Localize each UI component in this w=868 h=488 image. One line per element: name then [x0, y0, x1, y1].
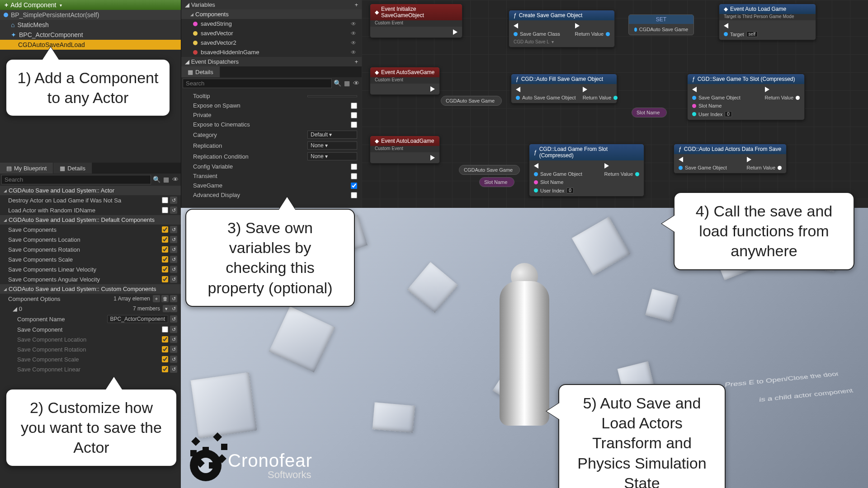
object-pin[interactable]	[516, 96, 520, 100]
reset-icon[interactable]: ↺	[170, 326, 177, 333]
return-pin[interactable]	[796, 96, 800, 100]
tree-root[interactable]: BP_SimplePersistentActor(self)	[0, 10, 181, 20]
reset-icon[interactable]: ↺	[170, 336, 177, 343]
reset-icon[interactable]: ↺	[170, 266, 177, 273]
prop-checkbox[interactable]	[162, 226, 168, 233]
node-set[interactable]: SET CGDAuto Save Game	[628, 14, 694, 35]
detail-checkbox[interactable]	[351, 122, 357, 128]
slot-pin[interactable]	[692, 104, 696, 108]
reset-icon[interactable]: ↺	[170, 356, 177, 363]
exec-out-pin[interactable]	[575, 23, 580, 28]
blueprint-graph[interactable]: ◆Event Initialize SaveGameObject Custom …	[362, 0, 868, 208]
exec-out-pin[interactable]	[747, 157, 751, 162]
detail-dropdown[interactable]: None ▾	[307, 141, 357, 150]
reset-icon[interactable]: ↺	[170, 236, 177, 243]
add-icon[interactable]: +	[354, 58, 358, 65]
prop-checkbox[interactable]	[162, 366, 168, 372]
reset-icon[interactable]: ↺	[170, 366, 177, 373]
exec-out-pin[interactable]	[765, 87, 769, 92]
detail-checkbox[interactable]	[351, 112, 357, 118]
category-defaults[interactable]: CGDAuto Save and Load System:: Default C…	[0, 215, 181, 225]
object-pin[interactable]	[534, 172, 538, 176]
pill-slot-name-2[interactable]: Slot Name	[479, 177, 514, 187]
node-save-to-slot[interactable]: ƒCGD::Save Game To Slot (Compressed) Sav…	[687, 74, 805, 120]
event-dispatchers-header[interactable]: ◢ Event Dispatchers+	[181, 57, 362, 66]
target-pin[interactable]	[724, 32, 728, 36]
node-create-save-game[interactable]: ƒCreate Save Game Object Save Game Class…	[509, 10, 615, 47]
eye-icon[interactable]: 👁	[352, 80, 360, 88]
reset-icon[interactable]: ↺	[170, 256, 177, 263]
detail-dropdown[interactable]: None ▾	[307, 152, 357, 160]
userindex-value[interactable]: 0	[566, 188, 574, 193]
exec-out-pin[interactable]	[604, 163, 609, 169]
chevron-down-icon[interactable]: ▾	[163, 305, 170, 312]
node-load-from-slot[interactable]: ƒCGD::Load Game From Slot (Compressed) S…	[529, 144, 644, 197]
prop-checkbox[interactable]	[162, 256, 168, 263]
return-pin[interactable]	[613, 96, 618, 100]
variables-header[interactable]: ◢ Variables+	[181, 0, 362, 9]
search-icon[interactable]: 🔍	[333, 80, 341, 88]
details-tab[interactable]: ▦Details	[181, 66, 220, 77]
detail-checkbox[interactable]	[351, 164, 357, 170]
pill-slot-name[interactable]: Slot Name	[632, 108, 667, 117]
exec-in-pin[interactable]	[516, 87, 520, 92]
reset-icon[interactable]: ↺	[170, 226, 177, 233]
userindex-pin[interactable]	[692, 112, 696, 116]
array-add-icon[interactable]: +	[153, 295, 160, 302]
node-event-initialize[interactable]: ◆Event Initialize SaveGameObject Custom …	[370, 4, 462, 38]
components-subheader[interactable]: Components	[181, 9, 362, 19]
eye-icon[interactable]: 👁	[351, 40, 356, 46]
exec-in-pin[interactable]	[692, 87, 697, 92]
exec-in-pin[interactable]	[534, 163, 538, 169]
reset-icon[interactable]: ↺	[170, 346, 177, 353]
add-component-button[interactable]: Add Component	[0, 0, 181, 10]
eye-icon[interactable]: 👁	[171, 176, 179, 184]
object-pin[interactable]	[692, 96, 696, 100]
category-actor[interactable]: CGDAuto Save and Load System:: Actor	[0, 186, 181, 195]
search-icon[interactable]: 🔍	[152, 176, 160, 184]
node-event-autosave[interactable]: ◆Event AutoSaveGame Custom Event	[370, 67, 440, 95]
prop-checkbox[interactable]	[162, 197, 168, 203]
detail-checkbox[interactable]	[351, 103, 357, 109]
object-pin[interactable]	[679, 166, 683, 170]
add-icon[interactable]: +	[354, 1, 358, 8]
var-pin[interactable]	[634, 28, 637, 32]
exec-out-pin[interactable]	[430, 86, 435, 92]
array-reset-icon[interactable]: ↺	[170, 295, 177, 302]
userindex-pin[interactable]	[534, 188, 538, 192]
reset-icon[interactable]: ↺	[170, 305, 177, 312]
variable-row[interactable]: savedVector2👁	[181, 38, 362, 47]
tab-details[interactable]: ▦Details	[53, 163, 92, 174]
eye-icon[interactable]: 👁	[351, 49, 356, 56]
prop-checkbox[interactable]	[162, 246, 168, 253]
variable-row[interactable]: savedString👁	[181, 19, 362, 28]
eye-icon[interactable]: 👁	[351, 30, 356, 37]
exec-in-pin[interactable]	[724, 23, 728, 28]
reset-icon[interactable]: ↺	[170, 315, 177, 323]
reset-icon[interactable]: ↺	[170, 276, 177, 283]
filter-icon[interactable]: ▦	[162, 176, 170, 184]
tree-item-selected[interactable]: CGDAutoSaveAndLoad	[0, 40, 181, 50]
exec-out-pin[interactable]	[430, 155, 435, 160]
node-auto-fill[interactable]: ƒCGD::Auto Fill Save Game Object Auto Sa…	[511, 74, 617, 103]
detail-checkbox[interactable]	[351, 183, 357, 189]
exec-in-pin[interactable]	[679, 157, 683, 162]
prop-checkbox[interactable]	[162, 356, 168, 362]
return-pin[interactable]	[606, 32, 610, 36]
reset-icon[interactable]: ↺	[170, 197, 177, 204]
array-clear-icon[interactable]: 🗑	[161, 295, 169, 302]
prop-checkbox[interactable]	[162, 236, 168, 243]
prop-checkbox[interactable]	[162, 346, 168, 352]
exec-out-pin[interactable]	[453, 29, 458, 35]
exec-in-pin[interactable]	[514, 23, 518, 28]
tab-my-blueprint[interactable]: ▤My Blueprint	[0, 163, 53, 174]
node-auto-load-actors[interactable]: ƒCGD::Auto Load Actors Data From Save Sa…	[674, 144, 787, 174]
category-custom[interactable]: CGDAuto Save and Load System:: Custom Co…	[0, 284, 181, 294]
prop-checkbox[interactable]	[162, 207, 168, 213]
node-event-autoload[interactable]: ◆Event AutoLoadGame Custom Event	[370, 136, 440, 164]
component-name-value[interactable]: BPC_ActorComponent	[107, 315, 168, 323]
pill-autosave-var[interactable]: CGDAuto Save Game	[441, 96, 502, 106]
reset-icon[interactable]: ↺	[170, 246, 177, 253]
matrix-icon[interactable]: ▦	[343, 80, 351, 88]
exec-out-pin[interactable]	[583, 87, 587, 92]
